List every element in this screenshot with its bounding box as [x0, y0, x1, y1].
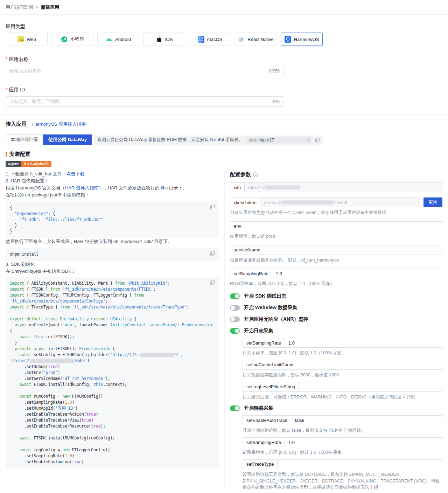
- toggle-switch[interactable]: [230, 317, 240, 322]
- section-accent-bar: [6, 152, 7, 157]
- code-line: await FTSDK.installRUMConfig(rumConfig);: [10, 435, 215, 441]
- sdk-init-code-block: import { AbilityConstant, UIAbility, Wan…: [6, 277, 219, 468]
- init-sdk-text: 在 EntryAbility.ets 中初始化 SDK：: [6, 268, 219, 275]
- param-value[interactable]: [299, 382, 442, 391]
- param-value[interactable]: false: [291, 416, 442, 425]
- code-line: await FTSDK.install(sdkConfig, this.cont…: [10, 382, 215, 388]
- download-link[interactable]: 点击下载: [66, 171, 84, 176]
- app-type-web[interactable]: JSWeb: [6, 33, 48, 46]
- android-icon: [106, 36, 112, 43]
- toggle-row: 开启链路采集: [230, 405, 442, 412]
- param-row-clientToken: clientTokend575ec218bb9更换: [230, 197, 442, 207]
- harmonyos-guide-link[interactable]: HarmonyOS 应用接入指南: [32, 121, 86, 127]
- toggle-switch[interactable]: [230, 328, 240, 334]
- toggle-switch[interactable]: [230, 405, 240, 411]
- app-type-label: 应用类型: [6, 23, 442, 30]
- toggle-switch[interactable]: [230, 293, 240, 299]
- copy-icon[interactable]: [210, 280, 215, 285]
- app-type-label: Web: [27, 37, 36, 42]
- param-value[interactable]: [245, 222, 442, 231]
- replace-token-button[interactable]: 更换: [424, 197, 442, 207]
- breadcrumb-section[interactable]: 用户访问监测: [6, 4, 33, 11]
- code-line: {: [10, 205, 215, 211]
- app-type-react-native[interactable]: React Native: [235, 33, 277, 46]
- code-line: const sdkConfig = FTSDKConfig.builder('h…: [10, 352, 215, 358]
- help-icon[interactable]: ?: [253, 172, 258, 177]
- code-line: .setRumAppId('应用 ID'): [10, 405, 215, 411]
- har-import-guide-link[interactable]: HAR 包导入指南: [65, 185, 99, 190]
- code-line: .setEnableTraceUserAction(true): [10, 411, 215, 417]
- param-row-setTraceType: setTraceType: [243, 459, 442, 469]
- code-line: .setEnableCustomLog(true): [10, 459, 215, 465]
- param-caption: 创建应用后将为您自动生成一个 Client Token，此令牌用于从用户设备中发…: [230, 209, 442, 216]
- param-row-setLogLevelFiltersString: setLogLevelFiltersString: [243, 382, 442, 392]
- tab-local-deploy[interactable]: 本地环境部署: [6, 134, 43, 145]
- param-row-setSamplingRate: setSamplingRate1.0: [243, 338, 442, 348]
- js-icon: JS: [17, 36, 24, 43]
- param-value[interactable]: [264, 245, 442, 255]
- svg-text:?: ?: [254, 173, 256, 176]
- code-line: .setServiceName('df_rum_harmonyos');: [10, 376, 215, 382]
- param-row-setEnableAutoTrace: setEnableAutoTracefalse: [243, 415, 442, 425]
- param-value[interactable]: [278, 460, 442, 469]
- toggle-row: 开启应用无响应（ANR）监控: [230, 316, 442, 323]
- app-type-macos[interactable]: macOS: [189, 33, 231, 46]
- param-input-env: env: [230, 221, 442, 231]
- run-command-text: 然后执行下面命令，安装完成后，HAR 包会被安装到 oh_modules/ft_…: [6, 238, 219, 245]
- code-line: [10, 310, 215, 316]
- param-caption: 日志数据缓存数量限制，默认 5000，最小值 1000: [243, 372, 442, 379]
- code-line: 'ft_sdk/src/main/ets/components/Configs'…: [10, 298, 215, 304]
- site-url-pill: site: http://17 ›: [246, 137, 312, 144]
- code-line: const logConfig = new FTLoggerConfig(): [10, 447, 215, 453]
- breadcrumb-separator: >: [36, 5, 38, 10]
- toggle-label: 开启链路采集: [244, 405, 273, 411]
- code-line: .setSamplingRate(1.0): [10, 400, 215, 405]
- finder-icon: [198, 36, 204, 43]
- param-label: setlogCacheLimitCount: [243, 360, 297, 369]
- param-input-setEnableAutoTrace: setEnableAutoTracefalse: [243, 415, 442, 425]
- app-type-ios[interactable]: iOS: [143, 33, 185, 46]
- param-row-serviceName: serviceName: [230, 245, 442, 255]
- code-line: .setEnableTraceUserResource(true);: [10, 423, 215, 429]
- code-line: {: [10, 328, 215, 334]
- tab-public-dataway[interactable]: 使用公网 DataWay: [43, 134, 92, 145]
- app-type-android[interactable]: Android: [97, 33, 139, 46]
- copy-icon[interactable]: [210, 204, 215, 209]
- copy-icon[interactable]: [315, 138, 320, 143]
- code-line: await this.initFTSDK();: [10, 334, 215, 340]
- new-app-page: 用户访问监测 > 新建应用 应用类型 JSWeb小程序AndroidiOSmac…: [0, 0, 448, 491]
- harmonyos-icon: [285, 36, 291, 43]
- param-value[interactable]: [297, 360, 442, 369]
- param-value: http://17: [245, 183, 442, 192]
- param-input-setSamplingRate: setSamplingRate1.0: [243, 437, 442, 447]
- param-input-setSamplingRate: setSamplingRate1.0: [243, 338, 442, 348]
- param-row-setSamplingRate: setSamplingRate1.0: [243, 437, 442, 447]
- app-type-label: macOS: [207, 37, 222, 42]
- param-label: clientToken: [230, 198, 260, 207]
- toggle-knob: [231, 306, 235, 310]
- param-group: setSamplingRate1.0日志采样率，范围 [0.0, 1.0]，默认…: [243, 338, 442, 400]
- code-line: import { AbilityConstant, UIAbility, Wan…: [10, 280, 215, 286]
- dataway-info-text: 观测云提供公网 DataWay 直接接收 RUM 数据，无需安装 DataKit…: [97, 137, 243, 143]
- app-type-harmonyos[interactable]: HarmonyOS: [281, 33, 323, 46]
- param-input-setTraceType: setTraceType: [243, 459, 442, 469]
- copy-icon[interactable]: [210, 251, 215, 256]
- param-value[interactable]: 1.0: [285, 438, 442, 447]
- app-name-input[interactable]: 请输入应用名称 0/256: [6, 66, 284, 76]
- param-value[interactable]: 1.0: [272, 269, 442, 278]
- param-value[interactable]: 1.0: [285, 338, 442, 347]
- param-input-site: sitehttp://17: [230, 182, 442, 192]
- toggle-row: 开启 SDK 调试日志: [230, 293, 442, 300]
- config-params-list: sitehttp://17clientTokend575ec218bb9更换创建…: [230, 182, 442, 491]
- toggle-switch[interactable]: [230, 305, 240, 311]
- har-doc-text: 根据 HarmonyOS 官方文档（HAR 包导入指南），HAR 文件必须放在项…: [6, 185, 219, 192]
- dataway-info-bar: 观测云提供公网 DataWay 直接接收 RUM 数据，无需安装 DataKit…: [94, 136, 323, 145]
- code-line: .setEnableTraceUserView(true): [10, 417, 215, 423]
- app-id-input[interactable]: 支持英文、数字、下划线 0/48: [6, 96, 284, 107]
- code-line: "dependencies": {: [10, 211, 215, 217]
- app-name-counter: 0/256: [269, 69, 280, 74]
- app-type-小程序[interactable]: 小程序: [51, 33, 93, 46]
- code-line: import { FTSDK } from 'ft_sdk/src/main/e…: [10, 286, 215, 292]
- toggle-knob: [231, 317, 235, 321]
- code-line: }: [10, 223, 215, 229]
